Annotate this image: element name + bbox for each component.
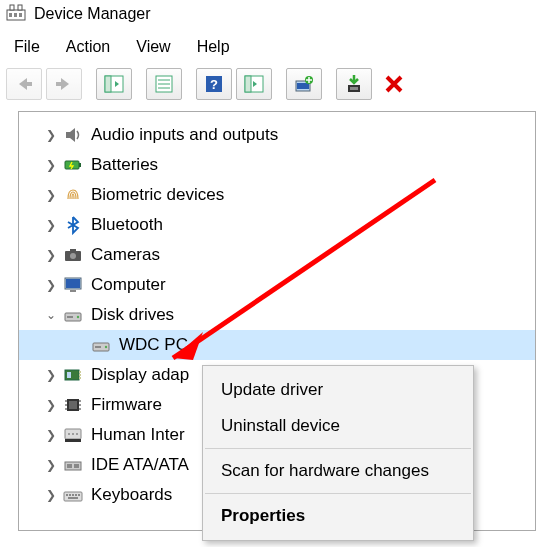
svg-rect-38 [67,372,71,378]
svg-rect-5 [19,13,22,17]
tree-label: Disk drives [91,305,174,325]
window-title: Device Manager [34,5,151,23]
tree-label: Bluetooth [91,215,163,235]
scan-hardware-button[interactable] [236,68,272,100]
battery-icon [61,153,85,177]
svg-rect-30 [70,290,76,292]
chevron-right-icon[interactable]: ❯ [43,248,59,262]
back-button[interactable] [6,68,42,100]
chevron-right-icon[interactable]: ❯ [43,428,59,442]
svg-point-54 [76,433,78,435]
tree-label: Computer [91,275,166,295]
svg-rect-7 [56,82,62,86]
device-manager-icon [6,4,26,24]
svg-rect-2 [18,5,22,10]
svg-rect-33 [67,316,73,318]
svg-point-35 [105,346,107,348]
install-legacy-button[interactable] [336,68,372,100]
cm-update-driver[interactable]: Update driver [203,372,473,408]
tree-item-computer[interactable]: ❯ Computer [19,270,535,300]
help-button[interactable]: ? [196,68,232,100]
svg-rect-56 [67,464,72,468]
svg-rect-59 [66,494,68,496]
chevron-right-icon[interactable]: ❯ [43,218,59,232]
tree-label: Biometric devices [91,185,224,205]
tree-label: Audio inputs and outputs [91,125,278,145]
tree-item-bluetooth[interactable]: ❯ Bluetooth [19,210,535,240]
svg-rect-39 [79,371,81,373]
tree-label: Firmware [91,395,162,415]
svg-point-26 [70,253,76,259]
svg-rect-9 [105,76,111,92]
tree-label: Keyboards [91,485,172,505]
properties-button[interactable] [146,68,182,100]
svg-rect-1 [10,5,14,10]
chip-icon [61,393,85,417]
display-adapter-icon [61,363,85,387]
update-driver-button[interactable] [286,68,322,100]
svg-rect-19 [297,83,309,89]
svg-rect-3 [9,13,12,17]
svg-text:?: ? [210,77,218,92]
hid-icon [61,423,85,447]
chevron-right-icon[interactable]: ❯ [43,458,59,472]
cm-uninstall-device[interactable]: Uninstall device [203,408,473,444]
cm-scan-hardware[interactable]: Scan for hardware changes [203,453,473,489]
tree-item-batteries[interactable]: ❯ Batteries [19,150,535,180]
tree-item-biometric[interactable]: ❯ Biometric devices [19,180,535,210]
cm-separator [205,448,471,449]
svg-rect-36 [95,346,101,348]
cm-separator [205,493,471,494]
tree-label: Batteries [91,155,158,175]
show-hide-button[interactable] [96,68,132,100]
svg-rect-27 [70,249,76,252]
toolbar: ? [0,66,542,107]
tree-label: Display adap [91,365,189,385]
disk-drive-icon [89,333,113,357]
chevron-right-icon[interactable]: ❯ [43,128,59,142]
svg-rect-57 [74,464,79,468]
svg-rect-61 [72,494,74,496]
menu-file[interactable]: File [14,38,40,56]
tree-label: IDE ATA/ATA [91,455,189,475]
menu-view[interactable]: View [136,38,170,56]
svg-rect-17 [245,76,251,92]
context-menu: Update driver Uninstall device Scan for … [202,365,474,541]
svg-point-32 [77,316,79,318]
tree-item-wdc-pc[interactable]: WDC PC [19,330,535,360]
svg-rect-60 [69,494,71,496]
svg-point-52 [68,433,70,435]
svg-rect-41 [79,377,81,379]
chevron-right-icon[interactable]: ❯ [43,188,59,202]
ide-icon [61,453,85,477]
svg-rect-64 [68,497,78,499]
svg-rect-58 [64,492,82,501]
menu-action[interactable]: Action [66,38,110,56]
svg-rect-62 [75,494,77,496]
svg-rect-29 [66,279,80,288]
tree-item-audio[interactable]: ❯ Audio inputs and outputs [19,120,535,150]
svg-rect-6 [26,82,32,86]
chevron-right-icon[interactable]: ❯ [43,368,59,382]
cm-properties[interactable]: Properties [203,498,473,534]
svg-rect-51 [65,439,81,442]
chevron-right-icon[interactable]: ❯ [43,398,59,412]
monitor-icon [61,273,85,297]
chevron-right-icon[interactable]: ❯ [43,278,59,292]
tree-label: Cameras [91,245,160,265]
svg-rect-43 [69,401,77,409]
forward-button[interactable] [46,68,82,100]
svg-rect-22 [350,87,358,90]
chevron-right-icon[interactable]: ❯ [43,488,59,502]
tree-item-disk-drives[interactable]: ⌄ Disk drives [19,300,535,330]
chevron-right-icon[interactable]: ❯ [43,158,59,172]
tree-item-cameras[interactable]: ❯ Cameras [19,240,535,270]
titlebar: Device Manager [0,0,542,32]
uninstall-button[interactable] [376,68,412,100]
menu-help[interactable]: Help [197,38,230,56]
chevron-down-icon[interactable]: ⌄ [43,308,59,322]
keyboard-icon [61,483,85,507]
fingerprint-icon [61,183,85,207]
svg-rect-24 [79,163,81,167]
svg-point-53 [72,433,74,435]
